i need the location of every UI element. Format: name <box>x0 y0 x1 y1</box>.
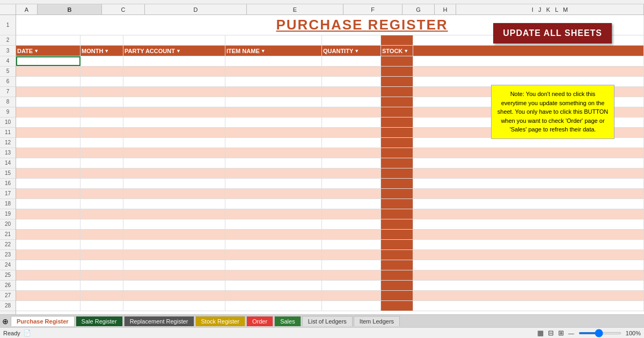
col-month: MONTH ▼ <box>80 46 123 56</box>
tab-order[interactable]: Order <box>246 316 273 326</box>
spreadsheet: A B C D E F G H I J K L M 1 2 3 4 5 6 7 … <box>0 4 644 314</box>
row-num-14: 14 <box>0 158 16 168</box>
data-row-15 <box>16 168 644 179</box>
cell-4e[interactable] <box>225 56 322 66</box>
row-num-10: 10 <box>0 117 16 128</box>
add-sheet-button[interactable]: ⊕ <box>2 317 9 326</box>
row-num-21: 21 <box>0 230 16 240</box>
tab-sale-register[interactable]: Sale Register <box>76 316 123 326</box>
sheet-icon: 📄 <box>24 329 31 336</box>
date-dropdown[interactable]: ▼ <box>34 48 39 54</box>
party-dropdown[interactable]: ▼ <box>176 48 181 54</box>
row-num-1: 1 <box>0 15 16 35</box>
update-all-sheets-button[interactable]: Update All Sheets <box>493 23 612 43</box>
stock-dropdown[interactable]: ▼ <box>404 48 408 54</box>
row-num-18: 18 <box>0 199 16 209</box>
tab-purchase-register[interactable]: Purchase Register <box>11 316 75 326</box>
month-dropdown[interactable]: ▼ <box>104 48 109 54</box>
row-num-11: 11 <box>0 128 16 138</box>
cell-2c <box>80 35 123 45</box>
month-label: MONTH <box>82 48 103 54</box>
row-num-5: 5 <box>0 67 16 77</box>
layout-icon-break[interactable]: ⊞ <box>558 329 564 337</box>
row-num-4: 4 <box>0 56 16 67</box>
title-spacer <box>16 15 80 35</box>
data-row-28 <box>16 301 644 311</box>
row-num-19: 19 <box>0 209 16 219</box>
top-area <box>0 0 644 4</box>
ready-status: Ready <box>3 330 20 336</box>
tab-item-ledgers[interactable]: Item Ledgers <box>354 316 400 326</box>
data-row-12 <box>16 138 644 148</box>
data-row-13 <box>16 148 644 158</box>
sheet-body: 1 2 3 4 5 6 7 8 9 10 11 12 13 14 15 16 1… <box>0 15 644 314</box>
tab-replacement-register[interactable]: Replacement Register <box>124 316 194 326</box>
active-cell-b4[interactable] <box>16 56 80 66</box>
data-row-14 <box>16 158 644 168</box>
cell-4rest <box>413 56 644 66</box>
cell-4d[interactable] <box>123 56 225 66</box>
data-row-16 <box>16 179 644 189</box>
col-header-a: A <box>16 4 38 14</box>
date-label: DATE <box>17 48 33 54</box>
data-row-22 <box>16 240 644 250</box>
cell-4g <box>381 56 413 66</box>
quantity-dropdown[interactable]: ▼ <box>354 48 359 54</box>
note-box: Note: You don't need to click this every… <box>491 85 614 139</box>
row-num-13: 13 <box>0 148 16 158</box>
data-row-4 <box>16 56 644 67</box>
col-header-b: B <box>38 4 102 14</box>
cell-2f <box>322 35 381 45</box>
data-row-27 <box>16 291 644 301</box>
col-header-d: D <box>145 4 247 14</box>
col-header-g: G <box>402 4 435 14</box>
data-row-25 <box>16 270 644 281</box>
zoom-level: 100% <box>626 330 641 336</box>
data-row-26 <box>16 281 644 291</box>
row-num-24: 24 <box>0 260 16 270</box>
row-num-12: 12 <box>0 138 16 148</box>
cell-4c[interactable] <box>80 56 123 66</box>
row-num-25: 25 <box>0 270 16 281</box>
cell-3rest <box>413 46 644 56</box>
layout-icon-page[interactable]: ⊟ <box>548 329 554 337</box>
status-bar: Ready 📄 ▦ ⊟ ⊞ — 100% <box>0 327 644 338</box>
col-header-e: E <box>247 4 343 14</box>
row-num-6: 6 <box>0 77 16 87</box>
col-stock: STOCK ▼ <box>381 46 413 56</box>
row-num-9: 9 <box>0 107 16 117</box>
tab-list-of-ledgers[interactable]: List of Ledgers <box>302 316 353 326</box>
status-right: ▦ ⊟ ⊞ — 100% <box>537 329 641 337</box>
row-num-26: 26 <box>0 281 16 291</box>
row-num-16: 16 <box>0 179 16 189</box>
zoom-slider[interactable] <box>579 332 621 334</box>
col-quantity: QUANTITY ▼ <box>322 46 381 56</box>
data-row-23 <box>16 250 644 260</box>
grid-area: PURCHASE REGISTER DATE ▼ <box>16 15 644 314</box>
cell-4f[interactable] <box>322 56 381 66</box>
data-row-20 <box>16 219 644 230</box>
row-num-7: 7 <box>0 87 16 97</box>
cell-2b <box>16 35 80 45</box>
cell-2g <box>381 35 413 45</box>
col-item: ITEM NAME ▼ <box>225 46 322 56</box>
col-party: PARTY ACCOUNT ▼ <box>123 46 225 56</box>
app-container: A B C D E F G H I J K L M 1 2 3 4 5 6 7 … <box>0 0 644 338</box>
data-row-24 <box>16 260 644 270</box>
col-header-c: C <box>102 4 145 14</box>
tab-sales[interactable]: Sales <box>274 316 301 326</box>
item-dropdown[interactable]: ▼ <box>261 48 266 54</box>
col-header-rest: I J K L M <box>456 4 644 14</box>
row-num-22: 22 <box>0 240 16 250</box>
row-num-28: 28 <box>0 301 16 311</box>
column-headers: A B C D E F G H I J K L M <box>0 4 644 15</box>
row-num-3: 3 <box>0 46 16 56</box>
tab-stock-register[interactable]: Stock Register <box>195 316 246 326</box>
item-label: ITEM NAME <box>226 48 260 54</box>
layout-icon-normal[interactable]: ▦ <box>537 329 544 337</box>
cell-2e <box>225 35 322 45</box>
row-num-8: 8 <box>0 97 16 107</box>
row-num-23: 23 <box>0 250 16 260</box>
data-row-17 <box>16 189 644 199</box>
zoom-separator: — <box>568 330 574 336</box>
